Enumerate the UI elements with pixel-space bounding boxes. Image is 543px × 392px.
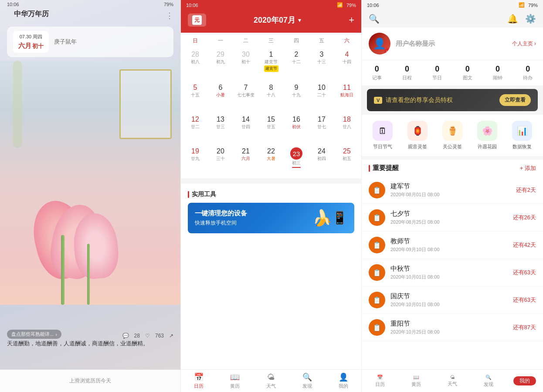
p3-nav-weather[interactable]: 🌤 天气 bbox=[434, 370, 470, 392]
p3-reminder-chongyang-name: 重阳节 bbox=[390, 320, 508, 328]
p3-discover-nav-icon: 🔍 bbox=[485, 375, 492, 380]
p3-stat-media-label: 图文 bbox=[463, 75, 472, 81]
p2-bottom-nav: 📅 日历 📖 黄历 🌤 天气 🔍 发现 👤 我的 bbox=[181, 369, 361, 392]
panel3-my-screen: 10:06 📶 79% 🔍 🔔 ⚙️ 👤 V 用户名称显示 个人主页 › 0 记… bbox=[362, 0, 543, 392]
p3-homepage-link[interactable]: 个人主页 › bbox=[512, 40, 536, 48]
p2-day-5[interactable]: 5十五 bbox=[183, 82, 208, 114]
p3-nav-discover[interactable]: 🔍 发现 bbox=[471, 370, 507, 392]
p3-reminder-national[interactable]: 📋 国庆节 2020年10月01日 08:00 还有63天 bbox=[362, 286, 543, 314]
p3-feature-guangong[interactable]: ⚱️ 关公灵签 bbox=[442, 121, 462, 150]
p3-stat-media: 0 图文 bbox=[452, 65, 482, 81]
p2-status-right: 📶 79% bbox=[337, 2, 356, 8]
p2-day-18[interactable]: 18廿八 bbox=[334, 114, 360, 146]
p2-day-6[interactable]: 6小暑 bbox=[208, 82, 233, 114]
p3-reminder-midautumn[interactable]: 📋 中秋节 2020年10月01日 08:00 还有63天 bbox=[362, 259, 543, 286]
p2-add-button[interactable]: + bbox=[349, 14, 354, 26]
p2-day-13[interactable]: 13廿三 bbox=[208, 114, 233, 146]
p2-day-4[interactable]: 4十四 bbox=[334, 49, 360, 82]
p2-day-22[interactable]: 22 大暑 bbox=[258, 146, 284, 178]
p2-day-24[interactable]: 24初四 bbox=[309, 146, 334, 178]
panel1-article-link[interactable]: 盘点那些耳熟能详... › bbox=[7, 330, 61, 339]
panel1-bottom-nav[interactable]: 上滑浏览历历今天 bbox=[0, 369, 180, 392]
p2-day-28[interactable]: 28初八 bbox=[183, 49, 208, 82]
p2-logo-area[interactable]: 元 bbox=[188, 14, 206, 27]
p3-reminder-chongyang[interactable]: 📋 重阳节 2020年10月25日 08:00 还有87天 bbox=[362, 314, 543, 341]
p3-feature-recovery[interactable]: 📊 数据恢复 bbox=[512, 121, 532, 150]
p3-nav-calendar[interactable]: 📅 日历 bbox=[362, 370, 398, 392]
p3-reminder-chongyang-time: 2020年10月25日 08:00 bbox=[390, 329, 508, 335]
p3-stat-notes-label: 记事 bbox=[372, 75, 382, 81]
p3-guangong-icon: ⚱️ bbox=[442, 121, 462, 141]
p3-feature-guanyin[interactable]: 🏮 观音灵签 bbox=[407, 121, 428, 150]
p3-status-right: 📶 79% bbox=[519, 2, 538, 8]
p2-app-logo: 元 bbox=[192, 15, 202, 25]
p3-vip-btn[interactable]: 立即查看 bbox=[499, 94, 531, 106]
p3-reminder-teachers-info: 教师节 2020年09月10日 08:00 bbox=[390, 237, 508, 253]
p2-month-selector[interactable]: 2020年07月 ▾ bbox=[254, 15, 301, 25]
p3-add-reminder-btn[interactable]: + 添加 bbox=[520, 164, 536, 172]
p2-weekday-tue: 二 bbox=[233, 35, 258, 46]
p3-feature-festivals[interactable]: 🗓 节日节气 bbox=[373, 121, 393, 150]
p3-reminder-qixi-icon: 📋 bbox=[369, 209, 385, 226]
p2-nav-almanac[interactable]: 📖 黄历 bbox=[217, 370, 253, 392]
p3-guanyin-icon: 🏮 bbox=[407, 121, 428, 141]
p3-reminder-qixi[interactable]: 📋 七夕节 2020年08月25日 08:00 还有26天 bbox=[362, 204, 543, 232]
p2-nav-discover[interactable]: 🔍 发现 bbox=[289, 370, 325, 392]
p2-day-30[interactable]: 30初十 bbox=[233, 49, 258, 82]
p2-day-15[interactable]: 15廿五 bbox=[258, 114, 284, 146]
p2-day-1[interactable]: 1 建党节 建党节 bbox=[258, 49, 284, 82]
p3-reminders-title: 重要提醒 bbox=[369, 164, 399, 172]
p3-reminder-list: 📋 建军节 2020年08月01日 08:00 还有2天 📋 七夕节 2020年… bbox=[362, 177, 543, 369]
p3-reminder-army-info: 建军节 2020年08月01日 08:00 bbox=[390, 182, 511, 198]
panel1-date-widget[interactable]: 07.30 周四 六月 初十 庚子鼠年 bbox=[7, 27, 173, 57]
p2-banana-icon: 🍌 bbox=[312, 209, 332, 227]
p2-day-25[interactable]: 25初五 bbox=[334, 146, 360, 178]
p2-day-11[interactable]: 11航海日 bbox=[334, 82, 360, 114]
p2-day-21[interactable]: 21六月 bbox=[233, 146, 258, 178]
p3-stat-holiday-label: 节日 bbox=[432, 75, 442, 81]
p2-spacer bbox=[181, 240, 361, 370]
p3-reminder-teachers[interactable]: 📋 教师节 2020年09月10日 08:00 还有42天 bbox=[362, 232, 543, 259]
p2-day-8[interactable]: 8十八 bbox=[258, 82, 284, 114]
p2-cleaner-banner[interactable]: 一键清理您的设备 快速释放手机空间 🍌 📱 bbox=[188, 203, 354, 233]
p3-profile-row: 👤 V 用户名称显示 个人主页 › bbox=[362, 27, 543, 60]
panel1-menu-icon[interactable]: ⋮ bbox=[166, 11, 173, 20]
p3-share-icon[interactable]: 🔔 bbox=[507, 14, 518, 24]
p2-day-3[interactable]: 3十三 bbox=[309, 49, 334, 82]
p2-day-2[interactable]: 2十二 bbox=[284, 49, 309, 82]
p2-day-17[interactable]: 17廿七 bbox=[309, 114, 334, 146]
p3-vip-banner[interactable]: V 请查看您的尊享会员特权 立即查看 bbox=[367, 89, 538, 111]
p2-day-14[interactable]: 14廿四 bbox=[233, 114, 258, 146]
p2-calendar-header: 元 2020年07月 ▾ + bbox=[181, 10, 361, 33]
p3-reminder-national-info: 国庆节 2020年10月01日 08:00 bbox=[390, 292, 508, 308]
p2-day-29[interactable]: 29初九 bbox=[208, 49, 233, 82]
p2-day-12[interactable]: 12廿二 bbox=[183, 114, 208, 146]
p3-reminder-army-time: 2020年08月01日 08:00 bbox=[390, 191, 511, 198]
p3-features-row: 🗓 节日节气 🏮 观音灵签 ⚱️ 关公灵签 🌸 许愿花园 📊 数据恢复 bbox=[362, 115, 543, 156]
p2-day-16[interactable]: 16初伏 bbox=[284, 114, 309, 146]
p2-day-19[interactable]: 19廿九 bbox=[183, 146, 208, 178]
p3-festivals-label: 节日节气 bbox=[373, 143, 392, 150]
p3-feature-garden[interactable]: 🌸 许愿花园 bbox=[477, 121, 497, 150]
p3-almanac-nav-icon: 📖 bbox=[413, 375, 419, 380]
p3-reminder-national-time: 2020年10月01日 08:00 bbox=[390, 301, 508, 308]
p3-settings-icon[interactable]: ⚙️ bbox=[525, 14, 536, 24]
p2-day-10[interactable]: 10二十 bbox=[309, 82, 334, 114]
p2-month-title: 2020年07月 bbox=[254, 15, 295, 25]
p2-tools-section: 实用工具 一键清理您的设备 快速释放手机空间 🍌 📱 bbox=[181, 181, 361, 240]
p2-nav-weather[interactable]: 🌤 天气 bbox=[253, 370, 289, 392]
p3-nav-almanac[interactable]: 📖 黄历 bbox=[398, 370, 434, 392]
p2-mine-nav-icon: 👤 bbox=[339, 372, 348, 382]
p2-nav-calendar[interactable]: 📅 日历 bbox=[181, 370, 217, 392]
p2-calendar-grid: 28初八 29初九 30初十 1 建党节 建党节 2十二 3十三 4十四 5十五… bbox=[181, 49, 361, 178]
p2-day-9[interactable]: 9十九 bbox=[284, 82, 309, 114]
p3-reminder-national-icon: 📋 bbox=[369, 292, 385, 308]
p2-day-23-today[interactable]: 23 初三 bbox=[284, 146, 309, 178]
p2-nav-mine[interactable]: 👤 我的 bbox=[325, 370, 361, 392]
p2-day-7[interactable]: 7七七事变 bbox=[233, 82, 258, 114]
p3-reminder-army-day[interactable]: 📋 建军节 2020年08月01日 08:00 还有2天 bbox=[362, 177, 543, 204]
p3-nav-mine[interactable]: 我的 bbox=[507, 370, 543, 392]
search-icon[interactable]: 🔍 bbox=[369, 14, 380, 24]
p3-garden-icon: 🌸 bbox=[477, 121, 497, 141]
p2-day-20[interactable]: 20三十 bbox=[208, 146, 233, 178]
